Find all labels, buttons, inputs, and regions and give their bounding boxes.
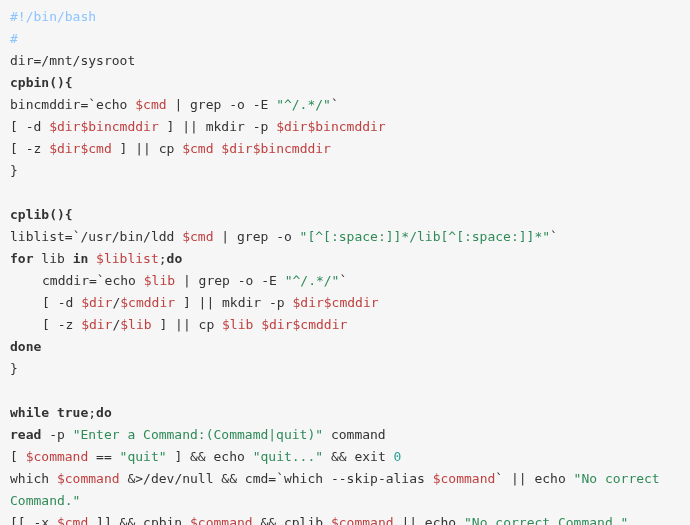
line-8: }	[10, 163, 18, 178]
line-10: cplib(){	[10, 207, 73, 222]
comment-line: #	[10, 31, 18, 46]
shebang-line: #!/bin/bash	[10, 9, 96, 24]
line-4: cpbin(){	[10, 75, 73, 90]
line-12: for lib in $liblist;do	[10, 251, 182, 266]
line-5: bincmddir=`echo $cmd | grep -o -E "^/.*/…	[10, 97, 339, 112]
line-23: [[ -x $cmd ]] && cpbin $command && cplib…	[10, 515, 628, 525]
line-11: liblist=`/usr/bin/ldd $cmd | grep -o "[^…	[10, 229, 558, 244]
line-16: done	[10, 339, 41, 354]
line-22: which $command &>/dev/null && cmd=`which…	[10, 471, 668, 508]
line-21: [ $command == "quit" ] && echo "quit..."…	[10, 449, 401, 464]
code-block: #!/bin/bash # dir=/mnt/sysroot cpbin(){ …	[10, 6, 680, 525]
line-14: [ -d $dir/$cmddir ] || mkdir -p $dir$cmd…	[10, 292, 379, 314]
line-19: while true;do	[10, 405, 112, 420]
line-13: cmddir=`echo $lib | grep -o -E "^/.*/"`	[10, 270, 347, 292]
line-7: [ -z $dir$cmd ] || cp $cmd $dir$bincmddi…	[10, 141, 331, 156]
line-6: [ -d $dir$bincmddir ] || mkdir -p $dir$b…	[10, 119, 386, 134]
line-20: read -p "Enter a Command:(Commamd|quit)"…	[10, 427, 386, 442]
line-3: dir=/mnt/sysroot	[10, 53, 135, 68]
line-17: }	[10, 361, 18, 376]
line-15: [ -z $dir/$lib ] || cp $lib $dir$cmddir	[10, 314, 347, 336]
